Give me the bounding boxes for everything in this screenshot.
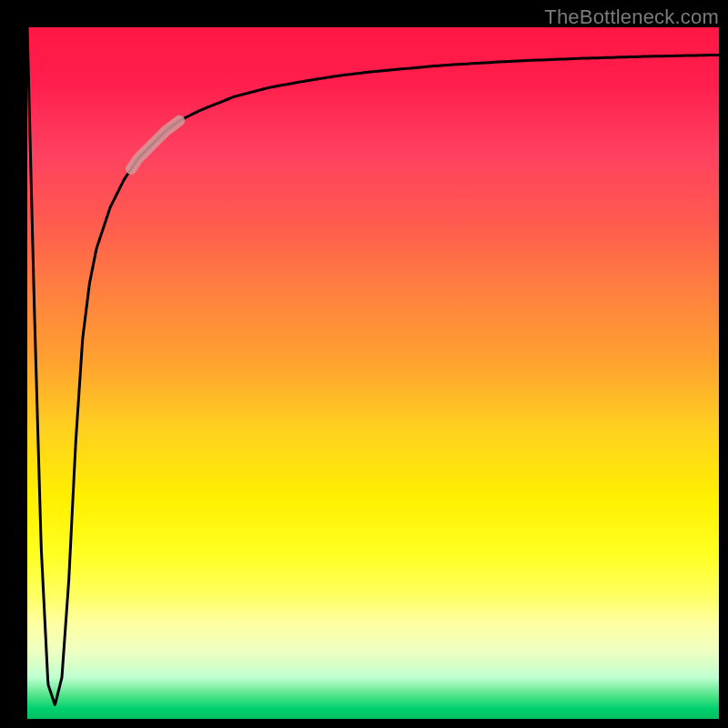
- watermark-text: TheBottleneck.com: [544, 5, 719, 29]
- bottleneck-curve: [27, 27, 719, 704]
- outer-frame: TheBottleneck.com: [0, 0, 728, 728]
- plot-gradient-area: [27, 27, 719, 719]
- chart-svg: [27, 27, 719, 719]
- curve-highlight-segment: [131, 121, 179, 169]
